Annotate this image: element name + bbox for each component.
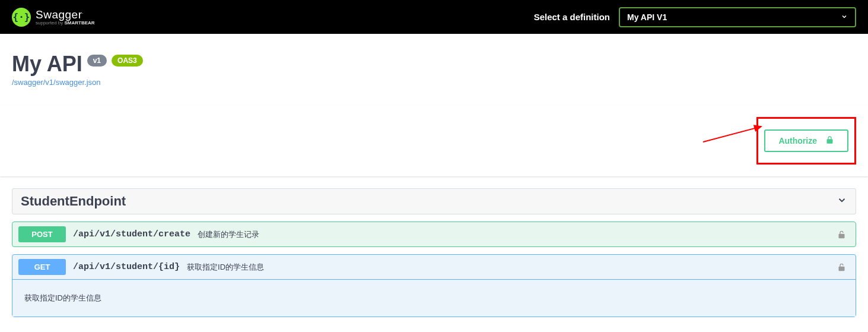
definition-select[interactable]: My API V1 <box>619 7 856 27</box>
authorize-button[interactable]: Authorize <box>764 129 848 152</box>
operation-path: /api/v1/student/{id} <box>73 262 180 272</box>
unlock-icon[interactable] <box>837 262 850 273</box>
tag-header-studentendpoint[interactable]: StudentEndpoint <box>12 188 856 214</box>
chevron-down-icon <box>837 195 847 208</box>
authorize-button-label: Authorize <box>778 136 817 146</box>
operation-summary[interactable]: POST /api/v1/student/create 创建新的学生记录 <box>12 222 856 246</box>
operation-get-student-by-id: GET /api/v1/student/{id} 获取指定ID的学生信息 获取指… <box>12 254 856 317</box>
chevron-down-icon <box>841 12 848 22</box>
lock-icon <box>825 135 834 147</box>
operation-summary[interactable]: GET /api/v1/student/{id} 获取指定ID的学生信息 <box>12 255 856 279</box>
method-badge-post: POST <box>18 226 66 242</box>
operation-post-student-create: POST /api/v1/student/create 创建新的学生记录 <box>12 222 856 247</box>
spec-url-link[interactable]: /swagger/v1/swagger.json <box>12 78 101 87</box>
operation-description: 获取指定ID的学生信息 <box>12 279 856 317</box>
api-info: My API v1 OAS3 /swagger/v1/swagger.json <box>0 34 868 105</box>
topbar: {·} Swagger. supported by SMARTBEAR Sele… <box>0 0 868 34</box>
swagger-logo-icon: {·} <box>12 8 31 27</box>
oas-badge: OAS3 <box>112 55 143 67</box>
tag-name: StudentEndpoint <box>21 194 126 209</box>
logo-subtitle: supported by SMARTBEAR <box>36 20 95 26</box>
swagger-logo[interactable]: {·} Swagger. supported by SMARTBEAR <box>12 8 95 27</box>
operation-path: /api/v1/student/create <box>73 229 190 239</box>
svg-line-1 <box>703 127 761 142</box>
version-badge: v1 <box>87 55 107 67</box>
method-badge-get: GET <box>18 259 66 275</box>
unlock-icon[interactable] <box>837 229 850 240</box>
definition-selected-value: My API V1 <box>627 12 667 22</box>
annotation-highlight-box: Authorize <box>756 117 856 165</box>
logo-title: Swagger. <box>36 8 95 21</box>
definition-select-label: Select a definition <box>534 12 610 22</box>
api-title: My API <box>12 52 82 77</box>
operation-summary-text: 获取指定ID的学生信息 <box>187 262 264 273</box>
scheme-container: Authorize <box>0 105 868 176</box>
operation-summary-text: 创建新的学生记录 <box>198 229 259 240</box>
